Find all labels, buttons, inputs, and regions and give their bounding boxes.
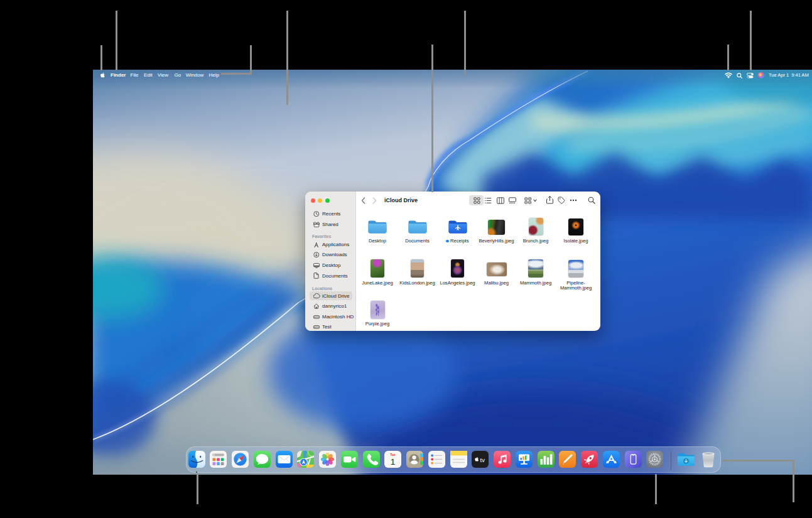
svg-text:Tue: Tue <box>391 453 396 456</box>
svg-text:tv: tv <box>480 456 485 463</box>
svg-text:1: 1 <box>391 457 396 467</box>
